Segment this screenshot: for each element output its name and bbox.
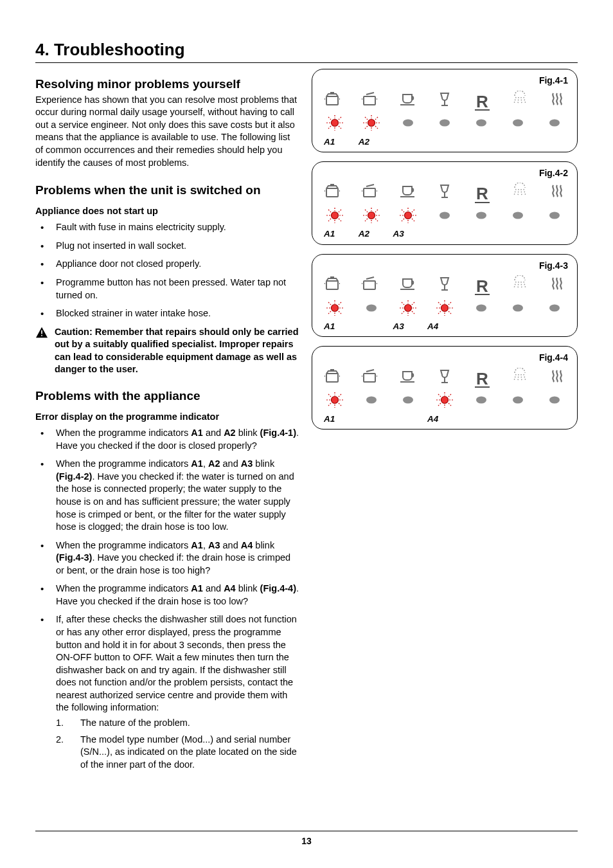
subheading: Appliance does not start up: [35, 205, 299, 218]
svg-point-62: [332, 304, 339, 311]
ordered-sublist: 1.The nature of the problem. 2.The model…: [56, 717, 299, 771]
indicator-led: [470, 392, 492, 412]
indicator-label: [531, 413, 565, 425]
figure-label: Fig.4-2: [539, 167, 568, 179]
svg-rect-0: [41, 330, 42, 334]
svg-point-29: [332, 212, 339, 219]
program-icon: [321, 368, 343, 388]
body-text: Experience has shown that you can resolv…: [35, 94, 299, 169]
svg-point-22: [403, 120, 413, 127]
indicator-led-active: [324, 114, 346, 135]
svg-line-80: [402, 311, 404, 314]
program-icon: [359, 91, 380, 111]
indicator-led: [360, 392, 382, 412]
svg-line-54: [412, 210, 414, 212]
svg-rect-2: [326, 96, 338, 105]
list-item: When the programme indicators A1 and A4 …: [35, 583, 299, 608]
program-icon: [546, 91, 568, 111]
page-number: 13: [0, 835, 613, 847]
svg-line-86: [438, 302, 441, 305]
program-icon: [509, 368, 531, 388]
list-item: Blocked strainer in water intake hose.: [35, 307, 299, 320]
svg-point-58: [513, 212, 523, 219]
footer-rule: [35, 831, 578, 831]
indicator-led-active: [397, 300, 419, 320]
program-icon: [321, 91, 343, 111]
svg-rect-28: [364, 188, 375, 197]
svg-line-113: [449, 394, 451, 397]
svg-rect-94: [364, 374, 375, 382]
svg-line-101: [339, 403, 341, 406]
indicator-label: [462, 413, 497, 425]
indicator-label: [497, 413, 531, 425]
section-heading: Resolving minor problems yourself: [35, 76, 299, 93]
indicator-label-row: A1A3A4: [324, 321, 565, 332]
svg-line-10: [339, 126, 341, 129]
program-icon: [546, 183, 568, 203]
list-item: Plug not inserted in wall socket.: [35, 240, 299, 253]
indicator-led: [544, 392, 565, 412]
indicator-label: [427, 228, 462, 240]
caution-text: Caution: Remember that repairs should on…: [55, 326, 299, 376]
list-item: Programme button has not been pressed. W…: [35, 276, 299, 302]
program-icon-row: R: [321, 275, 568, 296]
svg-line-46: [365, 219, 368, 221]
svg-line-79: [412, 302, 414, 305]
indicator-led-row: [324, 300, 565, 320]
subheading: Error display on the programme indicator: [35, 411, 299, 424]
program-icon: [321, 275, 343, 296]
indicator-label: [359, 413, 393, 425]
indicator-label-row: A1A2A3: [324, 228, 565, 240]
svg-line-44: [375, 219, 378, 221]
svg-line-89: [438, 311, 441, 314]
figure-4-2: Fig.4-2RA1A2A3: [312, 161, 578, 245]
svg-line-37: [328, 219, 331, 221]
figure-4-3: Fig.4-3RA1A3A4: [312, 254, 578, 338]
indicator-led: [544, 207, 565, 228]
svg-point-106: [441, 397, 449, 404]
figure-label: Fig.4-3: [539, 260, 568, 272]
indicator-led: [360, 300, 382, 320]
section-heading: Problems with the appliance: [35, 388, 299, 404]
svg-point-23: [440, 120, 450, 127]
program-icon: [321, 183, 343, 203]
svg-rect-27: [326, 188, 338, 197]
program-icon: [434, 91, 456, 111]
svg-line-112: [449, 403, 451, 406]
indicator-led-active: [434, 300, 456, 320]
program-icon: [396, 275, 418, 296]
svg-rect-3: [364, 96, 375, 105]
indicator-led-row: [324, 207, 565, 228]
svg-line-78: [412, 311, 414, 314]
program-icon: [359, 183, 380, 203]
list-item: When the programme indicators A1, A2 and…: [35, 458, 299, 533]
figure-label: Fig.4-4: [539, 352, 568, 364]
indicator-label: A4: [427, 321, 462, 332]
svg-line-9: [328, 117, 331, 120]
program-icon: R: [471, 95, 493, 111]
program-icon: [359, 275, 380, 296]
text-column: Resolving minor problems yourself Experi…: [35, 67, 299, 777]
program-icon: [396, 183, 418, 203]
svg-rect-93: [326, 374, 338, 382]
indicator-led-active: [360, 114, 382, 135]
indicator-label: A3: [393, 321, 427, 332]
list-item: When the programme indicators A1, A3 and…: [35, 539, 299, 577]
svg-line-114: [438, 403, 441, 406]
svg-point-81: [441, 304, 449, 311]
svg-line-87: [449, 311, 451, 314]
program-icon: [434, 368, 456, 388]
program-icon: [509, 275, 531, 296]
bullet-list: When the programme indicators A1 and A2 …: [35, 427, 299, 771]
svg-line-21: [365, 126, 368, 129]
svg-line-19: [375, 126, 378, 129]
svg-rect-60: [326, 281, 338, 289]
program-icon: R: [471, 186, 493, 203]
svg-point-104: [366, 397, 377, 404]
indicator-label: [462, 136, 497, 148]
indicator-led: [397, 392, 419, 412]
svg-line-11: [339, 117, 341, 120]
indicator-led: [507, 392, 529, 412]
indicator-label: [427, 136, 462, 148]
svg-line-55: [402, 219, 404, 221]
